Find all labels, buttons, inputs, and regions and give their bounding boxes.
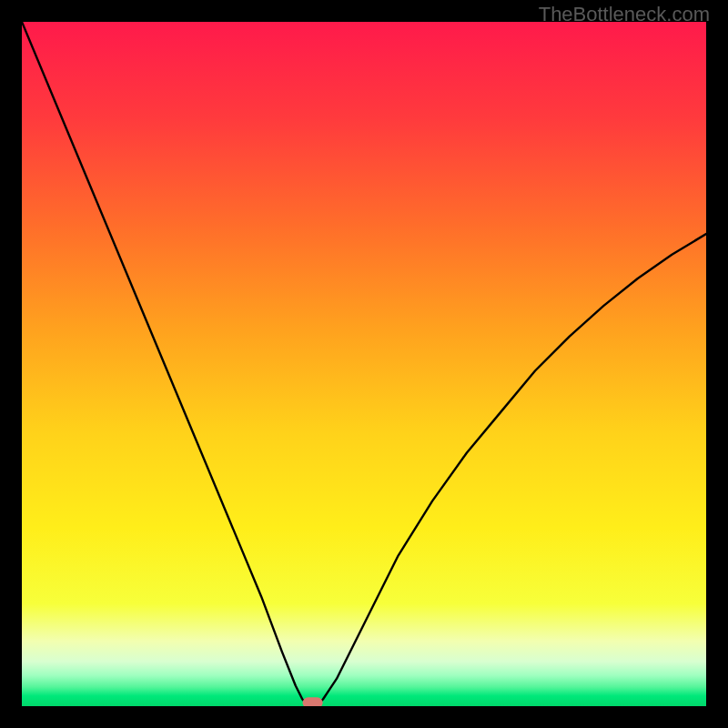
optimum-marker [303, 697, 323, 706]
bottleneck-chart [22, 22, 706, 706]
chart-container: TheBottleneck.com [0, 0, 728, 728]
svg-rect-0 [22, 22, 706, 706]
watermark-text: TheBottleneck.com [539, 3, 710, 26]
plot-area [22, 22, 706, 706]
